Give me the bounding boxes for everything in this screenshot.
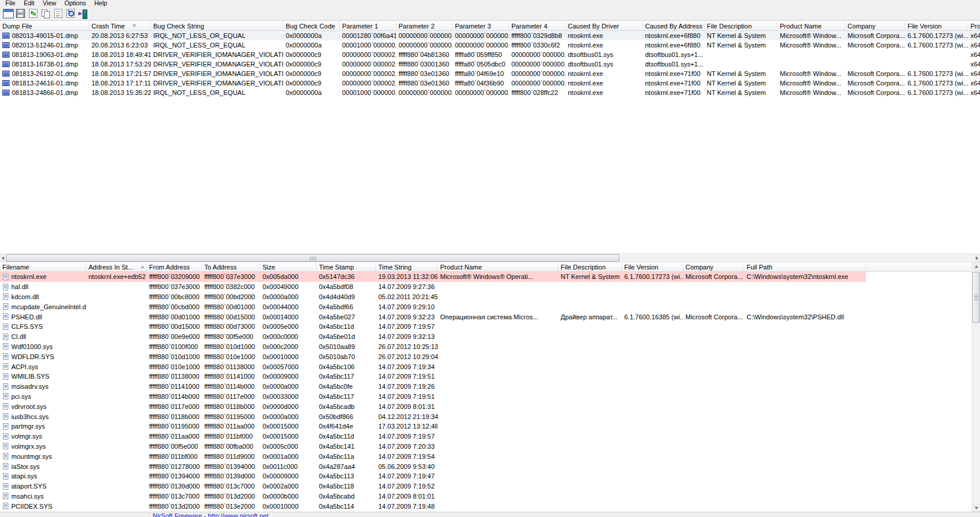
cell-processor: x64: [968, 80, 980, 87]
driver-row[interactable]: kdcom.dllfffff800`00bc8000fffff800`00bd2…: [0, 292, 866, 302]
scroll-down-arrow-icon[interactable]: [972, 504, 980, 512]
cell-text: fffff880`011bf000: [149, 453, 198, 460]
driver-row[interactable]: mountmgr.sysfffff880`011bf000fffff880`01…: [0, 451, 866, 461]
toolbar-button-save[interactable]: [14, 8, 27, 20]
column-header-file-description[interactable]: File Description: [704, 21, 777, 30]
toolbar-button-refresh[interactable]: [27, 8, 39, 20]
dump-file-row[interactable]: 081813-19063-01.dmp18.08.2013 18:49:41DR…: [0, 50, 980, 59]
driver-row[interactable]: ntoskrnl.exentoskrnl.exe+edb52fffff800`0…: [0, 272, 866, 282]
cell-product-name: Microsoft® Window...: [777, 89, 845, 96]
driver-row[interactable]: iaStor.sysfffff880`01278000fffff880`0139…: [0, 461, 866, 471]
cell-size: 0x00009000: [260, 472, 317, 480]
driver-row[interactable]: WDFLDR.SYSfffff880`010d1000fffff880`010e…: [0, 351, 866, 361]
driver-row[interactable]: ACPI.sysfffff880`010e1000fffff880`011380…: [0, 361, 866, 372]
column-header-file-description[interactable]: File Description: [558, 262, 622, 271]
column-header-param2[interactable]: Parameter 2: [396, 21, 453, 30]
driver-row[interactable]: ataport.SYSfffff880`0139d000fffff880`013…: [0, 481, 866, 491]
scroll-up-arrow-icon[interactable]: [972, 262, 980, 270]
cell-text: fffff880`013d2000: [149, 503, 200, 510]
cell-to-address: fffff880`00f5e000: [202, 333, 260, 340]
cell-text: volmgr.sys: [11, 433, 42, 440]
cell-time-string: 14.07.2009 7:19:51: [376, 393, 438, 400]
column-header-param4[interactable]: Parameter 4: [509, 21, 565, 30]
driver-row[interactable]: pci.sysfffff880`0114b000fffff880`0117e00…: [0, 392, 866, 402]
cell-to-address: fffff880`011bf000: [202, 433, 260, 440]
column-header-crash-time[interactable]: Crash Time: [89, 21, 151, 30]
column-header-param1[interactable]: Parameter 1: [340, 21, 396, 30]
dump-file-row[interactable]: 081813-26192-01.dmp18.08.2013 17:21:57DR…: [0, 69, 980, 78]
driver-row[interactable]: msisadrv.sysfffff880`01141000fffff880`01…: [0, 382, 866, 392]
toolbar-button-exit[interactable]: [77, 8, 89, 20]
column-header-size[interactable]: Size: [260, 262, 317, 271]
column-header-product-name[interactable]: Product Name: [438, 262, 558, 271]
column-header-file-version[interactable]: File Version: [622, 262, 683, 271]
column-header-to-address[interactable]: To Address: [202, 262, 260, 271]
horizontal-scrollbar-thumb[interactable]: [6, 254, 619, 262]
menu-item-view[interactable]: View: [39, 0, 61, 7]
menu-item-options[interactable]: Options: [61, 0, 90, 7]
column-header-param3[interactable]: Parameter 3: [453, 21, 509, 30]
cell-time-string: 14.07.2009 7:19:34: [376, 363, 438, 370]
dump-file-row[interactable]: 081813-16738-01.dmp18.08.2013 17:53:29DR…: [0, 59, 980, 69]
driver-row[interactable]: mcupdate_GenuineIntel.dllfffff880`00cbd0…: [0, 302, 866, 312]
column-header-time-string[interactable]: Time String: [376, 262, 438, 271]
cell-text: fffff880`011d9000: [204, 453, 255, 460]
column-header-caused-by-driver[interactable]: Caused By Driver: [565, 21, 643, 30]
driver-row[interactable]: CLFS.SYSfffff880`00d15000fffff880`00d730…: [0, 322, 866, 332]
column-header-filename[interactable]: Filename: [0, 262, 86, 271]
cell-text: fffff880`0100f000: [149, 343, 198, 350]
dump-file-row[interactable]: 082013-51246-01.dmp20.08.2013 6:23:03IRQ…: [0, 40, 980, 50]
menu-item-file[interactable]: File: [1, 0, 20, 7]
scrollbar-grip-icon: [310, 256, 316, 261]
toolbar-button-copy[interactable]: [39, 8, 52, 20]
column-header-address-in-stack[interactable]: Address In St...: [86, 262, 147, 271]
dump-file-row[interactable]: 081813-24866-01.dmp18.08.2013 15:35:22IR…: [0, 88, 980, 97]
cell-time-stamp: 0x4d4d40d9: [317, 293, 376, 300]
dump-file-row[interactable]: 081813-24616-01.dmp18.08.2013 17:17:11DR…: [0, 78, 980, 88]
driver-row[interactable]: msahci.sysfffff880`013c7000fffff880`013d…: [0, 491, 866, 502]
menu-item-help[interactable]: Help: [90, 0, 112, 7]
cell-from-address: fffff880`00d01000: [147, 313, 202, 321]
toolbar-button-find[interactable]: [64, 8, 77, 20]
column-header-bug-check-code[interactable]: Bug Check Code: [283, 21, 340, 30]
driver-row[interactable]: partmgr.sysfffff880`01195000fffff880`011…: [0, 421, 866, 432]
toolbar-button-advanced-options[interactable]: [2, 8, 14, 20]
column-header-full-path[interactable]: Full Path: [744, 262, 866, 271]
driver-row[interactable]: volmgr.sysfffff880`011aa000fffff880`011b…: [0, 432, 866, 442]
cell-text: 0x4a5bc113: [319, 472, 354, 480]
driver-row[interactable]: vdrvroot.sysfffff880`0117e000fffff880`01…: [0, 401, 866, 411]
cell-text: fffff880`013e2000: [204, 503, 255, 510]
column-header-product-name[interactable]: Product Name: [777, 21, 845, 30]
driver-row[interactable]: atapi.sysfffff880`01394000fffff880`0139d…: [0, 471, 866, 481]
column-header-from-address[interactable]: From Address: [147, 262, 202, 271]
column-header-caused-by-address[interactable]: Caused By Address: [643, 21, 704, 30]
scroll-right-arrow-icon[interactable]: [974, 254, 980, 262]
dump-file-row[interactable]: 082013-49015-01.dmp20.08.2013 6:27:53IRQ…: [0, 31, 980, 40]
scroll-left-arrow-icon[interactable]: [0, 254, 6, 262]
driver-row[interactable]: CI.dllfffff880`00e9e000fffff880`00f5e000…: [0, 332, 866, 342]
vertical-scrollbar-thumb[interactable]: [972, 272, 980, 323]
cell-text: 00000000`000002...: [342, 70, 396, 77]
column-header-dump-file[interactable]: Dump File: [0, 21, 89, 30]
driver-row[interactable]: hal.dllfffff800`037e3000fffff800`0382c00…: [0, 282, 866, 292]
vertical-scrollbar[interactable]: [972, 262, 980, 512]
toolbar-button-properties[interactable]: [52, 8, 64, 20]
horizontal-scrollbar[interactable]: [0, 253, 980, 262]
driver-row[interactable]: PCIIDEX.SYSfffff880`013d2000fffff880`013…: [0, 501, 866, 511]
column-header-time-stamp[interactable]: Time Stamp: [317, 262, 376, 271]
cell-filename: mcupdate_GenuineIntel.dll: [0, 303, 86, 310]
column-header-file-version[interactable]: File Version: [905, 21, 968, 30]
driver-row[interactable]: WMILIB.SYSfffff880`01138000fffff880`0114…: [0, 372, 866, 382]
menu-item-edit[interactable]: Edit: [20, 0, 39, 7]
column-header-bug-check-string[interactable]: Bug Check String: [151, 21, 283, 30]
driver-row[interactable]: PSHED.dllfffff880`00d01000fffff880`00d15…: [0, 312, 866, 322]
column-header-company[interactable]: Company: [845, 21, 905, 30]
cell-text: fffffa80`04f36b90: [455, 80, 504, 87]
cell-text: msahci.sys: [11, 493, 43, 500]
column-header-processor[interactable]: Pro: [968, 21, 980, 30]
nirsoft-link[interactable]: NirSoft Freeware - http://www.nirsoft.ne…: [153, 512, 268, 517]
driver-row[interactable]: volmgrx.sysfffff880`00f5e000fffff880`00f…: [0, 442, 866, 452]
driver-row[interactable]: Wdf01000.sysfffff880`0100f000fffff880`01…: [0, 342, 866, 352]
driver-row[interactable]: iusb3hcs.sysfffff880`0118b000fffff880`01…: [0, 411, 866, 421]
column-header-company[interactable]: Company: [683, 262, 744, 271]
